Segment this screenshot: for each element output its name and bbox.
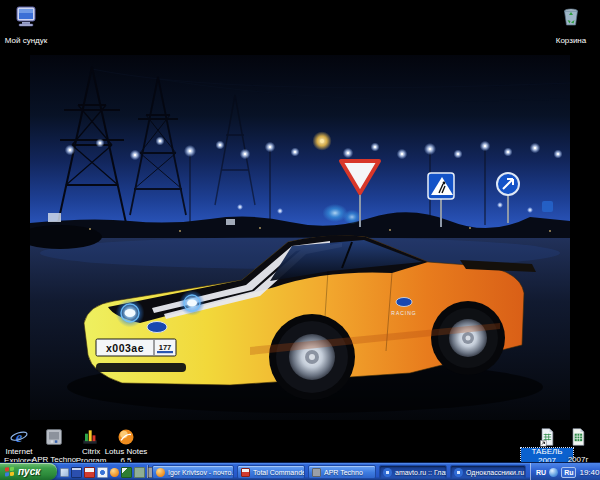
ie-icon	[454, 468, 463, 477]
desktop-icon-2007[interactable]: 2007г	[552, 427, 600, 466]
task-button-label: APR Techno	[324, 469, 363, 476]
task-button-amavto[interactable]: amavto.ru :: Главна...	[379, 465, 447, 479]
plate-number: х003ае	[106, 342, 144, 354]
excel-icon[interactable]	[121, 467, 132, 478]
lotus-notes-icon[interactable]	[110, 468, 119, 477]
start-button[interactable]: пуск	[0, 463, 57, 480]
show-desktop-icon[interactable]	[60, 468, 69, 477]
task-button-odnoklassniki[interactable]: Одноклассники.ru :...	[450, 465, 526, 479]
task-button-label: Одноклассники.ru :...	[466, 469, 526, 476]
license-plate: х003ае 177	[96, 339, 176, 356]
ie-icon: e	[9, 427, 29, 447]
task-button-lotus-mail[interactable]: Igor Krivtsov - почто...	[152, 465, 234, 479]
svg-text:e: e	[16, 429, 23, 445]
rear-wheel	[438, 308, 498, 368]
language-badge[interactable]: Ru	[561, 467, 576, 478]
system-tray: RU Ru 19:40	[530, 463, 600, 480]
info-sign	[542, 201, 553, 212]
total-commander-icon[interactable]	[71, 467, 82, 478]
ie-icon	[383, 468, 392, 477]
desktop-icon-label: Мой сундук	[3, 37, 49, 46]
task-button-label: Total Commander 6.5...	[253, 469, 305, 476]
citrix-icon	[80, 427, 100, 447]
apr-techno-icon	[44, 427, 64, 447]
total-commander-icon	[241, 468, 250, 477]
language-indicator[interactable]: RU	[536, 469, 546, 476]
wallpaper-photo: х003ае 177 RACING	[30, 55, 570, 420]
plate-region: 177	[159, 343, 172, 352]
network-tray-icon[interactable]	[549, 468, 558, 477]
excel-file-icon	[568, 427, 588, 447]
apr-techno-icon	[312, 468, 321, 477]
start-button-label: пуск	[18, 466, 40, 477]
lotus-notes-icon	[116, 427, 136, 447]
desktop-icon-lotus-notes[interactable]: Lotus Notes 6.5	[100, 427, 152, 467]
my-computer-icon	[14, 4, 38, 28]
task-button-label: amavto.ru :: Главна...	[395, 469, 447, 476]
clock[interactable]: 19:40	[579, 468, 599, 477]
desktop-icon-label: Корзина	[554, 37, 588, 46]
bumper-intake	[96, 363, 186, 372]
desktop-icon-my-computer[interactable]: Мой сундук	[0, 4, 52, 47]
task-button-apr-techno[interactable]: APR Techno	[308, 465, 376, 479]
billboard	[48, 213, 61, 222]
task-button-total-commander[interactable]: Total Commander 6.5...	[237, 465, 305, 479]
front-wheel	[276, 321, 348, 393]
app-icon-1[interactable]	[134, 467, 145, 478]
ie-icon[interactable]	[97, 467, 108, 478]
desktop: х003ае 177 RACING Мой сундук	[0, 0, 600, 480]
lotus-notes-icon	[156, 468, 165, 477]
billboard	[226, 219, 235, 225]
task-button-label: Igor Krivtsov - почто...	[168, 469, 234, 476]
desktop-icon-recycle-bin[interactable]: Корзина	[545, 4, 597, 47]
taskbar: пуск Igor Krivtsov - почто... Total Comm…	[0, 462, 600, 480]
racing-decal: RACING	[391, 310, 416, 316]
windows-logo-icon	[5, 466, 15, 477]
ford-logo-front	[147, 322, 167, 333]
media-app-icon[interactable]	[84, 467, 95, 478]
taskbar-separator	[147, 465, 148, 478]
recycle-bin-icon	[559, 4, 583, 28]
